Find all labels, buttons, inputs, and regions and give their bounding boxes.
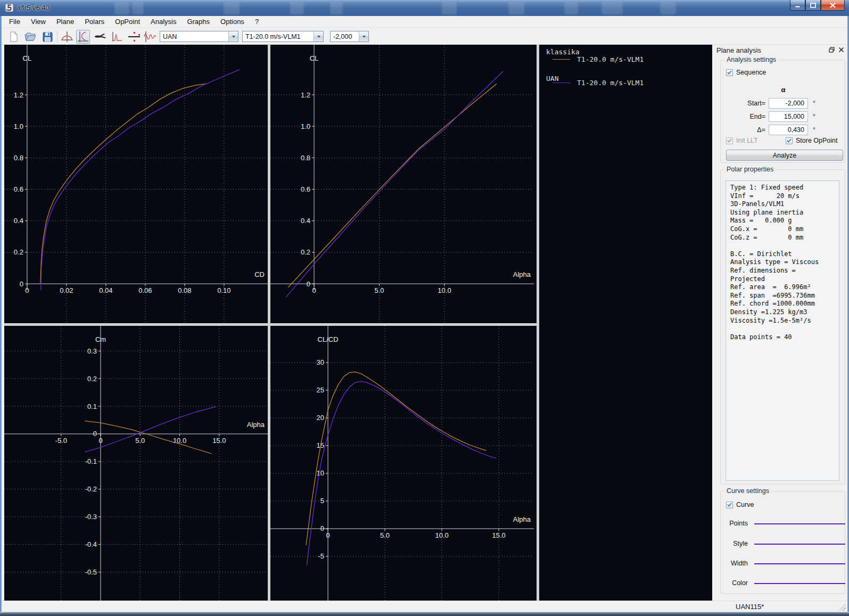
- resize-grip[interactable]: [839, 604, 846, 611]
- plane-select[interactable]: UAN: [160, 31, 238, 42]
- color-label: Color: [721, 579, 748, 587]
- svg-text:-0.1: -0.1: [85, 457, 97, 465]
- start-field[interactable]: [769, 98, 808, 109]
- minimize-button[interactable]: [790, 0, 805, 11]
- svg-text:0.10: 0.10: [217, 286, 230, 294]
- save-button[interactable]: [40, 30, 54, 44]
- menu-oppoint[interactable]: OpPoint: [110, 17, 145, 27]
- points-label: Points: [721, 520, 748, 527]
- polar-properties-group: Polar properties Type 1: Fixed speed VIn…: [720, 169, 845, 484]
- svg-text:5: 5: [320, 497, 324, 505]
- svg-text:0.08: 0.08: [178, 286, 191, 294]
- svg-text:Alpha: Alpha: [513, 270, 531, 278]
- new-file-button[interactable]: [7, 30, 21, 44]
- titlebar-glass-reflection: [601, 2, 623, 14]
- svg-text:30: 30: [317, 358, 324, 366]
- oppoint-view-icon: [127, 30, 141, 43]
- app-icon[interactable]: [5, 3, 14, 12]
- curve-settings-title: Curve settings: [724, 487, 771, 495]
- svg-text:1.0: 1.0: [14, 122, 23, 130]
- svg-text:0: 0: [93, 430, 97, 438]
- graph-splitter-horizontal[interactable]: [4, 323, 537, 326]
- line-width-picker[interactable]: [754, 563, 845, 564]
- chart-cl-vs-cd[interactable]: 00.020.040.060.080.1000.20.40.60.81.01.2…: [4, 45, 268, 323]
- delta-field[interactable]: [769, 125, 808, 135]
- menu-view[interactable]: View: [26, 17, 51, 27]
- close-dock-icon[interactable]: [838, 47, 844, 53]
- polar-properties-box[interactable]: Type 1: Fixed speed VInf = 20 m/s 3D-Pan…: [726, 180, 839, 481]
- svg-text:0.2: 0.2: [301, 248, 310, 256]
- svg-text:Alpha: Alpha: [247, 421, 265, 429]
- svg-text:Alpha: Alpha: [513, 515, 531, 523]
- foil-view-icon: [61, 30, 73, 43]
- save-icon: [42, 31, 53, 43]
- polar-view-button[interactable]: [76, 30, 90, 44]
- menu-analysis[interactable]: Analysis: [145, 17, 182, 27]
- maximize-button[interactable]: [805, 0, 821, 11]
- menu-options[interactable]: Options: [215, 17, 250, 27]
- plane-select-value: UAN: [160, 31, 228, 42]
- menu-polars[interactable]: Polars: [79, 17, 110, 27]
- line-color-picker[interactable]: [754, 583, 845, 584]
- polar-select[interactable]: T1-20.0 m/s-VLM1: [242, 31, 324, 42]
- float-dock-icon[interactable]: [829, 47, 835, 53]
- legend-polar-name: T1-20.0 m/s-VLM1: [577, 79, 644, 87]
- svg-text:0.6: 0.6: [301, 185, 310, 193]
- dock-header[interactable]: Plane analysis: [713, 45, 847, 55]
- store-oppoint-checkbox[interactable]: Store OpPoint: [786, 137, 838, 144]
- chart-clcd-vs-alpha[interactable]: 05.010.015.0-5051015202530CL/CDAlpha: [270, 326, 534, 601]
- svg-text:-0.2: -0.2: [85, 485, 97, 493]
- sequence-checkbox[interactable]: Sequence: [726, 69, 766, 76]
- titlebar-glass-reflection: [660, 2, 676, 14]
- polar-graphs-area[interactable]: 00.020.040.060.080.1000.20.40.60.81.01.2…: [4, 45, 712, 601]
- polar-select-value: T1-20.0 m/s-VLM1: [243, 31, 314, 42]
- init-llt-checkbox[interactable]: Init LLT: [726, 137, 758, 144]
- svg-text:0.1: 0.1: [87, 403, 97, 410]
- end-field[interactable]: [769, 111, 808, 122]
- plane-view-button[interactable]: [93, 30, 107, 44]
- svg-text:0.02: 0.02: [60, 286, 73, 294]
- legend-polar-name: T1-20.0 m/s-VLM1: [577, 55, 644, 63]
- svg-text:20: 20: [317, 414, 324, 422]
- menu-file[interactable]: File: [4, 17, 26, 27]
- curve-checkbox[interactable]: Curve: [726, 501, 754, 508]
- svg-text:10.0: 10.0: [435, 531, 448, 539]
- close-button[interactable]: [821, 0, 845, 11]
- cp-view-icon: [111, 30, 123, 43]
- checkbox-check-icon: [786, 137, 793, 144]
- style-label: Style: [721, 540, 748, 547]
- analyze-button[interactable]: Analyze: [726, 150, 843, 161]
- checkbox-check-icon: [726, 137, 733, 144]
- chevron-down-icon: [314, 31, 323, 42]
- svg-text:-0.3: -0.3: [85, 513, 97, 521]
- open-file-button[interactable]: [23, 30, 37, 44]
- stability-view-button[interactable]: [143, 30, 157, 44]
- open-file-icon: [24, 30, 37, 43]
- titlebar-glass-reflection: [330, 2, 343, 14]
- line-style-picker[interactable]: [754, 544, 845, 545]
- oppoint-select[interactable]: -2,000: [330, 31, 369, 42]
- menu-graphs[interactable]: Graphs: [182, 17, 215, 27]
- chevron-down-icon: [359, 31, 368, 42]
- delta-label: Δ=: [726, 126, 765, 134]
- oppoint-view-button[interactable]: [127, 30, 141, 44]
- menu-plane[interactable]: Plane: [51, 17, 79, 27]
- start-label: Start=: [726, 100, 765, 107]
- svg-text:0.4: 0.4: [301, 217, 310, 225]
- chart-cl-vs-alpha[interactable]: 05.010.000.20.40.60.81.01.2CLAlpha: [270, 45, 534, 323]
- titlebar-glass-reflection: [132, 2, 144, 14]
- svg-text:CD: CD: [254, 270, 265, 278]
- alpha-column-label: α: [763, 86, 803, 94]
- svg-text:0: 0: [25, 286, 29, 294]
- foil-view-button[interactable]: [60, 30, 74, 44]
- svg-text:1.2: 1.2: [14, 91, 23, 99]
- cp-view-button[interactable]: [110, 30, 124, 44]
- menu-help[interactable]: ?: [250, 17, 264, 27]
- dock-title: Plane analysis: [716, 46, 761, 54]
- svg-text:5.0: 5.0: [380, 531, 390, 539]
- points-style-picker[interactable]: [754, 523, 845, 524]
- chart-cm-vs-alpha[interactable]: -5.005.010.015.00.30.20.10-0.1-0.2-0.3-0…: [4, 326, 268, 601]
- polar-properties-title: Polar properties: [724, 166, 776, 173]
- graph-splitter-vertical-2[interactable]: [537, 45, 539, 601]
- graph-splitter-vertical-1[interactable]: [268, 45, 270, 601]
